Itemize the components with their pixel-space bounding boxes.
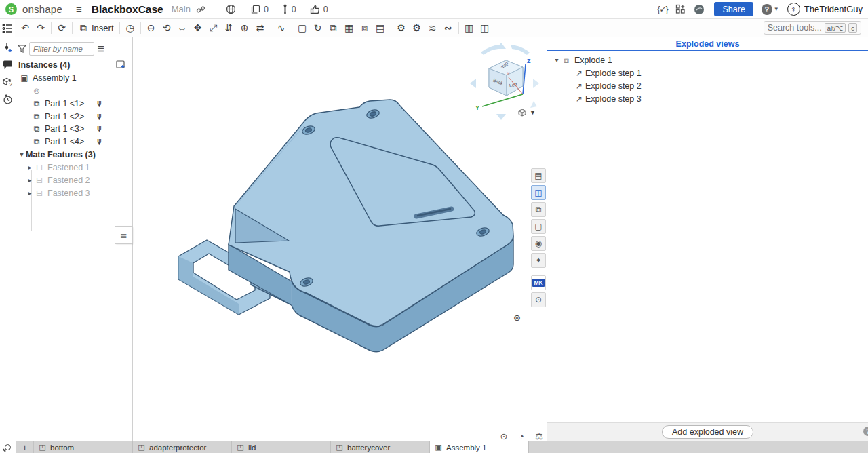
tree-item-assembly[interactable]: ▣ Assembly 1 <box>15 71 133 84</box>
new-tab-button[interactable]: + <box>16 441 34 453</box>
features-panel-icon[interactable]: ▤ <box>531 168 546 183</box>
mate-icon[interactable]: ◷ <box>123 20 138 35</box>
mate-connector-icon[interactable]: ⋔ <box>94 98 104 109</box>
tree-item-fastened-1[interactable]: ▸ ⊟ Fastened 1 <box>15 161 133 174</box>
ball-mate-icon[interactable]: ⊕ <box>237 20 252 35</box>
undo-icon[interactable]: ↶ <box>18 20 33 35</box>
left-icon-strip: ? <box>0 19 15 441</box>
copies-counter[interactable]: 0 <box>251 5 269 14</box>
featurescript-icon[interactable]: {✓} <box>657 5 667 14</box>
expand-chevron-icon[interactable]: ▸ <box>26 163 34 171</box>
tree-item-explode-1[interactable]: ▾ ⧈ Explode 1 <box>553 54 612 66</box>
copies-count: 0 <box>264 5 269 14</box>
main-menu-icon[interactable]: ≡ <box>76 4 82 14</box>
tab-assembly-1[interactable]: ▣ Assembly 1 <box>430 441 529 453</box>
pattern-icon[interactable]: ▤ <box>373 20 388 35</box>
graphics-area[interactable]: Top Back Left Z Y X ▼ <box>133 37 547 441</box>
insert-button[interactable]: ⧉ Insert <box>75 20 117 35</box>
tab-lid[interactable]: ◳ lid <box>232 441 331 453</box>
tree-item-explode-step-3[interactable]: ↗ Explode step 3 <box>576 92 642 105</box>
revolute-mate-icon[interactable]: ⟲ <box>159 20 174 35</box>
mk-app-icon[interactable]: MK <box>531 275 546 290</box>
onshape-logo-icon[interactable]: S <box>5 3 17 15</box>
ai-assistant-icon[interactable] <box>694 4 705 15</box>
help-menu[interactable]: ? ▼ <box>762 4 779 15</box>
document-title[interactable]: BlackboxCase <box>92 3 163 16</box>
mate-connector-icon[interactable]: ⋔ <box>94 123 104 134</box>
named-positions-icon[interactable]: ⧉ <box>531 202 546 217</box>
rotate-instance-icon[interactable]: ↻ <box>311 20 326 35</box>
gear-relation-icon[interactable]: ⚙ <box>394 20 409 35</box>
tree-item-fastened-3[interactable]: ▸ ⊟ Fastened 3 <box>15 186 133 199</box>
mate-connector-icon[interactable]: ⋔ <box>94 136 104 147</box>
versions-icon[interactable]: ? <box>0 75 15 90</box>
tangent-mate-icon[interactable]: ∿ <box>274 20 289 35</box>
replicate-icon[interactable]: ⧉ <box>326 20 341 35</box>
app-store-icon[interactable] <box>675 4 686 14</box>
rack-relation-icon[interactable]: ≋ <box>425 20 440 35</box>
likes-counter[interactable]: 0 <box>310 5 328 14</box>
tree-item-part-4[interactable]: ⧉ Part 1 <4> ⋔ <box>15 135 133 148</box>
fastened-mate-icon[interactable]: ⊖ <box>144 20 159 35</box>
filter-input[interactable] <box>29 42 94 56</box>
onshape-logo-text[interactable]: onshape <box>22 3 62 15</box>
tree-item-fastened-2[interactable]: ▸ ⊟ Fastened 2 <box>15 174 133 186</box>
history-icon[interactable] <box>0 92 15 106</box>
redo-icon[interactable]: ↷ <box>33 20 48 35</box>
followers-counter[interactable]: 0 <box>282 4 296 14</box>
tree-item-part-2[interactable]: ⧉ Part 1 <2> ⋔ <box>15 110 133 123</box>
pin-slot-mate-icon[interactable]: ⇵ <box>222 20 237 35</box>
mate-connector-new-icon[interactable] <box>0 41 15 56</box>
collapse-chevron-icon[interactable]: ▾ <box>18 151 26 158</box>
cylindrical-mate-icon[interactable]: ⤢ <box>206 20 221 35</box>
globe-icon[interactable] <box>226 4 236 14</box>
mate-features-header-row[interactable]: ▾ Mate Features (3) <box>15 148 133 161</box>
expand-chevron-icon[interactable]: ▸ <box>26 176 34 184</box>
link-icon[interactable] <box>196 5 205 14</box>
comments-icon[interactable] <box>0 58 15 73</box>
planar-mate-icon[interactable]: ✥ <box>191 20 205 35</box>
tab-adapterprotector[interactable]: ◳ adapterprotector <box>133 441 232 453</box>
workspace-name[interactable]: Main <box>172 4 191 14</box>
appearance-lock-icon[interactable]: ◉ <box>531 236 546 251</box>
group-icon[interactable]: ▦ <box>342 20 357 35</box>
filter-icon[interactable] <box>18 45 26 53</box>
add-exploded-view-button[interactable]: Add exploded view <box>662 425 753 439</box>
model-tree-flyout-handle[interactable]: ≣ <box>115 226 133 244</box>
tree-item-explode-step-1[interactable]: ↗ Explode step 1 <box>576 66 642 79</box>
tab-batterycover[interactable]: ◳ batterycover <box>331 441 430 453</box>
search-tabs-button[interactable] <box>0 441 16 453</box>
named-views-icon[interactable]: ◫ <box>477 20 492 35</box>
section-view-icon[interactable]: ▢ <box>531 219 546 234</box>
list-view-icon[interactable]: ≣ <box>97 44 105 54</box>
panel-help-icon[interactable]: ? <box>863 427 868 436</box>
tree-item-part-1[interactable]: ⧉ Part 1 <1> ⋔ <box>15 97 133 110</box>
belt-relation-icon[interactable]: ∾ <box>441 20 456 35</box>
bom-icon[interactable]: ▥ <box>462 20 477 35</box>
slider-mate-icon[interactable]: ⇔ <box>175 20 190 35</box>
search-tools-field[interactable]: Search tools... alt/⌥ c <box>764 21 861 35</box>
mass-properties-icon[interactable]: ⚖ <box>532 430 546 441</box>
rollback-icon[interactable]: ⟳ <box>54 20 69 35</box>
sprocket-relation-icon[interactable]: ⚙ <box>410 20 425 35</box>
assembly-3d-model[interactable] <box>170 97 523 355</box>
protractor-icon[interactable]: ◔ <box>515 430 528 441</box>
insert-instance-icon[interactable] <box>115 60 126 71</box>
mate-connector-icon[interactable]: ⋔ <box>94 111 104 122</box>
expand-chevron-icon[interactable]: ▸ <box>26 189 34 197</box>
box-select-icon[interactable]: ▢ <box>295 20 310 35</box>
render-studio-icon[interactable]: ⊙ <box>531 292 546 307</box>
collapse-chevron-icon[interactable]: ▾ <box>553 56 561 64</box>
tree-item-origin[interactable]: ◎ <box>15 84 133 97</box>
tree-item-part-3[interactable]: ⧉ Part 1 <3> ⋔ <box>15 122 133 135</box>
snapshot-icon[interactable]: ⧈ <box>357 20 372 35</box>
tape-measure-icon[interactable]: ⊙ <box>497 430 511 441</box>
model-tree-toggle-icon[interactable] <box>0 21 15 36</box>
simulation-icon[interactable]: ✦ <box>531 253 546 268</box>
tab-bottom[interactable]: ◳ bottom <box>34 441 133 453</box>
user-avatar[interactable]: ♆ <box>787 3 800 16</box>
exploded-views-icon[interactable]: ◫ <box>531 185 546 200</box>
share-button[interactable]: Share <box>714 2 753 16</box>
parallel-mate-icon[interactable]: ⇄ <box>253 20 268 35</box>
tree-item-explode-step-2[interactable]: ↗ Explode step 2 <box>576 79 642 92</box>
